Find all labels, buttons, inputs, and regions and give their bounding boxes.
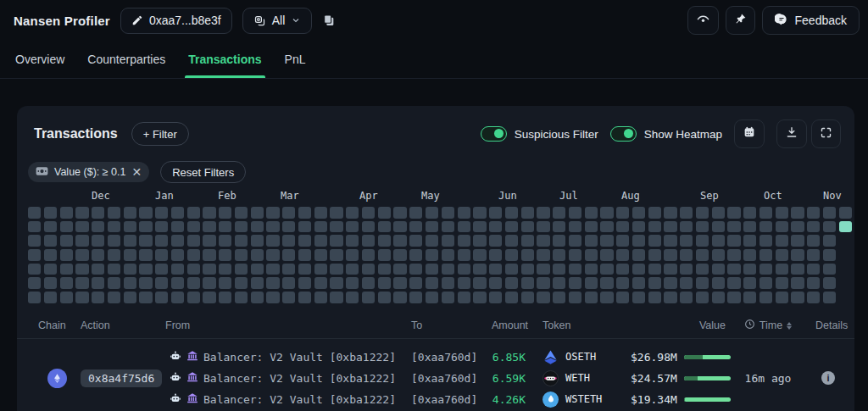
heatmap-cell[interactable] [585,249,598,261]
heatmap-cell[interactable] [664,235,676,247]
heatmap-cell[interactable] [442,207,454,219]
heatmap-cell[interactable] [521,235,534,247]
heatmap-cell[interactable] [743,221,756,233]
heatmap-cell[interactable] [235,292,248,303]
heatmap-cell[interactable] [298,249,311,261]
heatmap-cell[interactable] [426,221,438,233]
heatmap-cell[interactable] [92,264,104,275]
heatmap-cell[interactable] [664,264,676,275]
heatmap-cell[interactable] [393,235,406,247]
heatmap-cell[interactable] [378,207,391,219]
heatmap-cell[interactable] [585,264,598,275]
to-cell[interactable]: [0xaa760d] [407,347,487,368]
heatmap-cell[interactable] [776,264,788,275]
heatmap-cell[interactable] [760,221,772,233]
heatmap-cell[interactable] [393,249,406,261]
heatmap-cell[interactable] [569,207,581,219]
heatmap-cell[interactable] [251,235,264,247]
heatmap-cell[interactable] [521,292,534,303]
heatmap-cell[interactable] [489,277,502,289]
heatmap-cell[interactable] [712,277,725,289]
heatmap-cell[interactable] [696,249,709,261]
heatmap-cell[interactable] [139,249,152,261]
heatmap-cell[interactable] [108,221,120,233]
heatmap-cell[interactable] [155,264,168,275]
heatmap-cell[interactable] [378,292,391,303]
remove-filter-icon[interactable]: ✕ [131,166,142,178]
heatmap-cell[interactable] [585,207,598,219]
heatmap-cell[interactable] [171,277,184,289]
heatmap-cell[interactable] [219,277,231,289]
heatmap-cell[interactable] [600,221,613,233]
heatmap-cell[interactable] [75,235,88,247]
heatmap-cell[interactable] [521,207,534,219]
heatmap-cell[interactable] [505,207,518,219]
heatmap-cell[interactable] [473,207,486,219]
heatmap-cell[interactable] [712,235,725,247]
heatmap-cell[interactable] [537,249,549,261]
show-heatmap-toggle[interactable]: Show Heatmap [610,126,722,142]
heatmap-cell[interactable] [75,264,88,275]
heatmap-cell[interactable] [553,221,565,233]
heatmap-cell[interactable] [760,264,772,275]
copy-address-icon[interactable] [322,13,336,28]
heatmap-cell[interactable] [330,221,342,233]
heatmap-cell[interactable] [235,235,248,247]
heatmap-cell[interactable] [314,249,327,261]
heatmap-cell[interactable] [108,264,120,275]
heatmap-cell[interactable] [108,249,120,261]
toggle-switch[interactable] [481,126,507,142]
heatmap-cell[interactable] [298,221,311,233]
heatmap-cell[interactable] [743,292,756,303]
heatmap-cell[interactable] [219,221,231,233]
heatmap-cell[interactable] [60,221,73,233]
heatmap-cell[interactable] [330,249,342,261]
heatmap-cell[interactable] [282,264,295,275]
heatmap-cell[interactable] [696,221,709,233]
heatmap-cell[interactable] [776,235,788,247]
heatmap-cell[interactable] [314,235,327,247]
heatmap-cell[interactable] [187,207,200,219]
heatmap-cell[interactable] [537,277,549,289]
heatmap-cell[interactable] [60,207,73,219]
pin-button[interactable] [726,6,755,35]
details-cell[interactable]: i [805,347,851,410]
heatmap-cell[interactable] [616,264,629,275]
heatmap-cell[interactable] [409,264,422,275]
heatmap-cell[interactable] [203,264,215,275]
heatmap-cell[interactable] [426,264,438,275]
heatmap-cell[interactable] [727,207,740,219]
heatmap-cell[interactable] [60,292,73,303]
heatmap-cell[interactable] [362,249,375,261]
suspicious-filter-toggle[interactable]: Suspicious Filter [481,126,598,142]
heatmap-cell[interactable] [235,221,248,233]
heatmap-cell[interactable] [251,221,264,233]
from-cell[interactable]: Balancer: V2 Vault [0xba1222] [165,347,407,368]
heatmap-cell[interactable] [60,235,73,247]
heatmap-cell[interactable] [473,264,486,275]
heatmap-cell[interactable] [776,292,788,303]
heatmap-cell[interactable] [664,292,676,303]
heatmap-cell[interactable] [696,235,709,247]
heatmap-cell[interactable] [776,249,788,261]
heatmap-cell[interactable] [108,235,120,247]
tab-transactions[interactable]: Transactions [188,41,261,78]
heatmap-cell[interactable] [489,264,502,275]
transaction-row-group[interactable]: 0x8a4f75d6 16m ago i Balancer: V2 Vault … [17,339,854,411]
heatmap-cell[interactable] [696,264,709,275]
heatmap-cell[interactable] [60,249,73,261]
heatmap-cell[interactable] [442,249,454,261]
heatmap-cell[interactable] [807,249,820,261]
heatmap-cell[interactable] [776,277,788,289]
heatmap-cell[interactable] [362,235,375,247]
heatmap-cell[interactable] [473,292,486,303]
date-range-button[interactable] [734,119,765,148]
heatmap-cell[interactable] [712,292,725,303]
heatmap-cell[interactable] [75,207,88,219]
heatmap-cell[interactable] [760,249,772,261]
heatmap-cell[interactable] [505,221,518,233]
heatmap-cell[interactable] [505,264,518,275]
heatmap-cell[interactable] [569,249,581,261]
heatmap-cell[interactable] [171,249,184,261]
heatmap-cell[interactable] [680,249,693,261]
